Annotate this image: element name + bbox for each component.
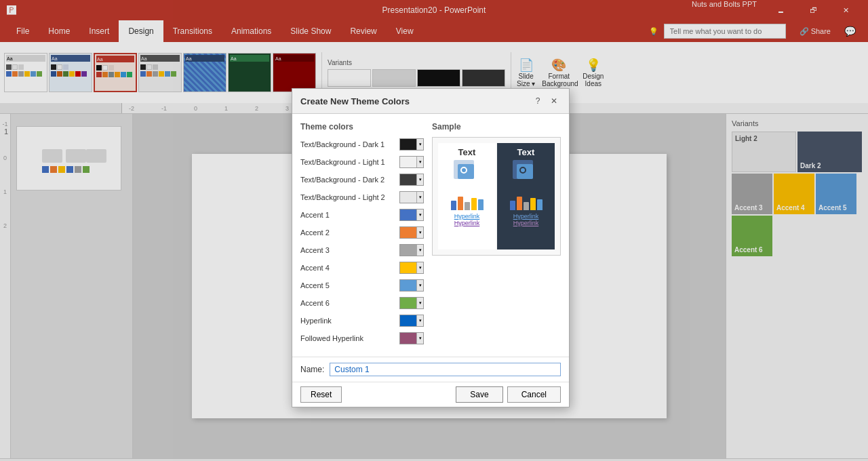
color-swatch-main-9 bbox=[400, 298, 416, 308]
modal-title: Create New Theme Colors bbox=[300, 96, 410, 106]
color-row-3: Text/Background - Light 2 ▾ bbox=[300, 190, 424, 205]
color-dropdown-arrow-7[interactable]: ▾ bbox=[416, 262, 423, 273]
color-swatch-main-11 bbox=[400, 333, 416, 344]
color-row-label-10: Hyperlink bbox=[300, 317, 399, 325]
color-swatch-btn-4[interactable]: ▾ bbox=[399, 209, 424, 221]
cancel-button[interactable]: Cancel bbox=[507, 386, 561, 403]
color-swatch-main-7 bbox=[400, 262, 416, 273]
color-swatch-btn-0[interactable]: ▾ bbox=[399, 138, 424, 151]
modal-controls: ? ✕ bbox=[531, 94, 561, 108]
sample-bars-dark bbox=[510, 190, 542, 210]
color-dropdown-arrow-3[interactable]: ▾ bbox=[416, 192, 423, 203]
modal-help-button[interactable]: ? bbox=[531, 94, 545, 108]
color-row-10: Hyperlink ▾ bbox=[300, 313, 424, 328]
color-row-label-1: Text/Background - Light 1 bbox=[300, 158, 399, 166]
name-row: Name: bbox=[292, 357, 569, 382]
bar-3 bbox=[465, 202, 470, 210]
color-row-label-11: Followed Hyperlink bbox=[300, 334, 399, 342]
bar-2 bbox=[458, 197, 463, 210]
color-row-label-5: Accent 2 bbox=[300, 228, 399, 237]
sample-hyperlink-light[interactable]: Hyperlink bbox=[454, 213, 480, 220]
color-rows-container: Text/Background - Dark 1 ▾ Text/Backgrou… bbox=[300, 137, 424, 346]
color-swatch-main-5 bbox=[400, 227, 416, 238]
color-row-label-4: Accent 1 bbox=[300, 211, 399, 219]
modal-footer: Reset Save Cancel bbox=[292, 382, 569, 407]
sample-followed-hyperlink-dark[interactable]: Hyperlink bbox=[513, 220, 539, 226]
color-swatch-btn-5[interactable]: ▾ bbox=[399, 226, 424, 239]
color-swatch-btn-10[interactable]: ▾ bbox=[399, 315, 424, 327]
color-swatch-main-3 bbox=[400, 192, 416, 203]
color-swatch-btn-3[interactable]: ▾ bbox=[399, 191, 424, 203]
color-swatch-main-8 bbox=[400, 280, 416, 291]
color-row-5: Accent 2 ▾ bbox=[300, 225, 424, 240]
reset-button[interactable]: Reset bbox=[300, 386, 342, 403]
color-row-0: Text/Background - Dark 1 ▾ bbox=[300, 137, 424, 152]
name-input[interactable] bbox=[330, 363, 561, 376]
color-dropdown-arrow-2[interactable]: ▾ bbox=[416, 174, 423, 185]
sample-hyperlink-dark[interactable]: Hyperlink bbox=[513, 213, 539, 220]
bar-4 bbox=[471, 198, 477, 210]
sample-text-light: Text bbox=[458, 147, 476, 157]
color-swatch-btn-8[interactable]: ▾ bbox=[399, 279, 424, 292]
sample-bars-light bbox=[451, 190, 484, 210]
sample-light-half: Text Hyperlink bbox=[438, 143, 496, 249]
color-swatch-btn-2[interactable]: ▾ bbox=[399, 174, 424, 186]
color-swatch-btn-9[interactable]: ▾ bbox=[399, 297, 424, 309]
color-row-label-6: Accent 3 bbox=[300, 246, 399, 254]
color-swatch-main-0 bbox=[400, 139, 416, 150]
color-dropdown-arrow-8[interactable]: ▾ bbox=[416, 280, 423, 291]
sample-box: Text Hyperlink bbox=[432, 137, 561, 256]
color-swatch-btn-1[interactable]: ▾ bbox=[399, 156, 424, 168]
color-dropdown-arrow-11[interactable]: ▾ bbox=[416, 333, 423, 344]
color-dropdown-arrow-0[interactable]: ▾ bbox=[416, 139, 423, 150]
dark-bar-3 bbox=[524, 202, 529, 210]
dark-bar-1 bbox=[510, 201, 515, 210]
color-row-label-3: Text/Background - Light 2 bbox=[300, 193, 399, 201]
color-row-8: Accent 5 ▾ bbox=[300, 278, 424, 293]
color-row-label-9: Accent 6 bbox=[300, 299, 399, 307]
sample-label: Sample bbox=[432, 122, 561, 132]
color-row-label-8: Accent 5 bbox=[300, 281, 399, 289]
color-row-label-0: Text/Background - Dark 1 bbox=[300, 140, 399, 148]
color-row-11: Followed Hyperlink ▾ bbox=[300, 331, 424, 346]
color-row-label-2: Text/Background - Dark 2 bbox=[300, 176, 399, 184]
color-swatch-main-2 bbox=[400, 174, 416, 185]
modal-close-button[interactable]: ✕ bbox=[547, 94, 561, 108]
color-swatch-main-6 bbox=[400, 245, 416, 256]
modal-title-bar: Create New Theme Colors ? ✕ bbox=[292, 89, 569, 114]
color-dropdown-arrow-5[interactable]: ▾ bbox=[416, 227, 423, 238]
bar-1 bbox=[451, 201, 456, 210]
color-swatch-btn-7[interactable]: ▾ bbox=[399, 262, 424, 274]
sample-followed-hyperlink-light[interactable]: Hyperlink bbox=[454, 220, 480, 226]
color-row-7: Accent 4 ▾ bbox=[300, 260, 424, 275]
sample-dark-half: Text Hyperlink bbox=[497, 143, 555, 249]
color-swatch-main-4 bbox=[400, 209, 416, 220]
color-row-9: Accent 6 ▾ bbox=[300, 296, 424, 310]
sample-text-dark: Text bbox=[517, 147, 535, 157]
color-swatch-btn-6[interactable]: ▾ bbox=[399, 244, 424, 256]
color-dropdown-arrow-10[interactable]: ▾ bbox=[416, 315, 423, 326]
color-row-1: Text/Background - Light 1 ▾ bbox=[300, 155, 424, 169]
color-row-4: Accent 1 ▾ bbox=[300, 207, 424, 222]
color-dropdown-arrow-6[interactable]: ▾ bbox=[416, 245, 423, 256]
color-swatch-main-10 bbox=[400, 315, 416, 326]
color-row-6: Accent 3 ▾ bbox=[300, 243, 424, 258]
theme-colors-label: Theme colors bbox=[300, 122, 424, 132]
theme-colors-panel: Theme colors Text/Background - Dark 1 ▾ … bbox=[300, 122, 424, 348]
color-swatch-main-1 bbox=[400, 157, 416, 167]
color-dropdown-arrow-4[interactable]: ▾ bbox=[416, 209, 423, 220]
create-theme-colors-dialog: Create New Theme Colors ? ✕ Theme colors… bbox=[292, 88, 570, 407]
modal-body: Theme colors Text/Background - Dark 1 ▾ … bbox=[292, 114, 569, 357]
color-row-label-7: Accent 4 bbox=[300, 264, 399, 272]
sample-panel: Sample Text bbox=[432, 122, 561, 348]
bar-5 bbox=[478, 199, 484, 210]
save-button[interactable]: Save bbox=[456, 386, 502, 403]
color-dropdown-arrow-9[interactable]: ▾ bbox=[416, 298, 423, 308]
name-label: Name: bbox=[300, 365, 324, 374]
dark-bar-2 bbox=[517, 197, 522, 210]
color-dropdown-arrow-1[interactable]: ▾ bbox=[416, 157, 423, 167]
color-swatch-btn-11[interactable]: ▾ bbox=[399, 332, 424, 344]
dark-bar-5 bbox=[537, 199, 542, 210]
dark-bar-4 bbox=[530, 198, 536, 210]
color-row-2: Text/Background - Dark 2 ▾ bbox=[300, 172, 424, 187]
